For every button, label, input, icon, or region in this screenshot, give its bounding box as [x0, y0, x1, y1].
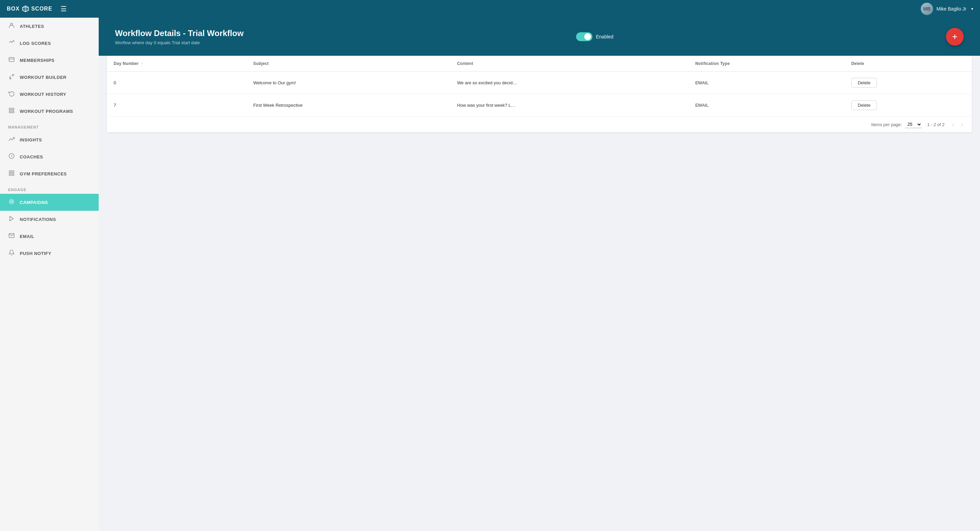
coaches-icon: [8, 153, 15, 160]
cell-content: How was your first week? L…: [450, 94, 688, 117]
sidebar-item-workout-history[interactable]: WORKOUT HISTORY: [0, 86, 99, 103]
enabled-toggle[interactable]: [576, 32, 592, 41]
campaigns-icon: [8, 198, 15, 206]
sidebar-item-gym-preferences[interactable]: GYM PREFERENCES: [0, 165, 99, 182]
svg-point-7: [10, 78, 11, 79]
cell-delete: Delete: [845, 72, 972, 94]
table-card: Day Number ↑ Subject Content Notificatio…: [107, 56, 972, 132]
table-container: Day Number ↑ Subject Content Notificatio…: [99, 56, 980, 531]
items-per-page: Items per page: 25 50 100: [871, 121, 921, 128]
add-icon: +: [952, 31, 958, 42]
chevron-down-icon[interactable]: ▾: [971, 6, 973, 11]
avatar: MB: [921, 3, 933, 15]
push-notify-icon: [8, 249, 15, 257]
sidebar-item-label: NOTIFICATIONS: [20, 217, 56, 222]
nav-right: MB Mike Baglio Jr ▾: [921, 3, 973, 15]
athletes-icon: [8, 22, 15, 30]
logo: BOX SCORE: [7, 5, 52, 13]
insights-icon: [8, 136, 15, 143]
table-head: Day Number ↑ Subject Content Notificatio…: [107, 56, 972, 72]
sidebar-item-label: WORKOUT PROGRAMS: [20, 109, 73, 114]
svg-rect-10: [9, 111, 11, 113]
sidebar-item-label: GYM PREFERENCES: [20, 171, 67, 176]
notifications-icon: [8, 216, 15, 223]
svg-rect-17: [9, 174, 11, 175]
cell-subject: Welcome to Our gym!: [247, 72, 450, 94]
delete-button[interactable]: Delete: [851, 78, 877, 88]
sidebar-item-label: COACHES: [20, 154, 43, 159]
col-content-label: Content: [457, 61, 473, 66]
cell-day-number: 0: [107, 72, 247, 94]
sidebar-item-label: ATHLETES: [20, 24, 44, 29]
email-icon: [8, 233, 15, 240]
sidebar: ATHLETES LOG SCORES MEMBERSHIPS WORKOUT …: [0, 18, 99, 531]
svg-marker-21: [10, 216, 14, 221]
col-content: Content: [450, 56, 688, 72]
sidebar-item-insights[interactable]: INSIGHTS: [0, 131, 99, 148]
gym-preferences-icon: [8, 170, 15, 178]
sort-icon: ↑: [141, 62, 143, 66]
top-navigation: BOX SCORE ☰ MB Mike Baglio Jr ▾: [0, 0, 980, 18]
items-per-page-select[interactable]: 25 50 100: [905, 121, 922, 128]
nav-left: BOX SCORE ☰: [7, 5, 67, 13]
cell-subject: First Week Retrospective: [247, 94, 450, 117]
sidebar-item-coaches[interactable]: COACHES: [0, 148, 99, 165]
sidebar-item-label: WORKOUT HISTORY: [20, 92, 66, 97]
logo-score-text: SCORE: [31, 6, 52, 12]
cell-content: We are so excited you decid…: [450, 72, 688, 94]
pagination: Items per page: 25 50 100 1 - 2 of 2 ‹ ›: [107, 116, 972, 132]
svg-rect-5: [9, 57, 14, 62]
header-row: Day Number ↑ Subject Content Notificatio…: [107, 56, 972, 72]
table-row: 0 Welcome to Our gym! We are so excited …: [107, 72, 972, 94]
sidebar-item-label: EMAIL: [20, 234, 34, 239]
col-delete-label: Delete: [851, 61, 864, 66]
add-button[interactable]: +: [946, 28, 964, 46]
delete-button[interactable]: Delete: [851, 100, 877, 110]
svg-point-20: [9, 199, 14, 204]
svg-rect-16: [12, 171, 14, 172]
toggle-label: Enabled: [596, 34, 613, 40]
prev-page-button[interactable]: ‹: [950, 121, 956, 128]
svg-line-14: [11, 156, 12, 157]
user-name: Mike Baglio Jr: [937, 6, 966, 11]
sidebar-item-campaigns[interactable]: CAMPAIGNS: [0, 194, 99, 211]
cell-day-number: 7: [107, 94, 247, 117]
sidebar-item-workout-builder[interactable]: WORKOUT BUILDER: [0, 69, 99, 86]
engage-section-label: ENGAGE: [0, 182, 99, 194]
cell-notification-type: EMAIL: [688, 94, 844, 117]
sidebar-item-log-scores[interactable]: LOG SCORES: [0, 35, 99, 52]
next-page-button[interactable]: ›: [959, 121, 965, 128]
col-day-number[interactable]: Day Number ↑: [107, 56, 247, 72]
hamburger-menu[interactable]: ☰: [60, 5, 67, 13]
col-subject: Subject: [247, 56, 450, 72]
page-header: Workflow Details - Trial Workflow Worflo…: [99, 18, 980, 56]
sidebar-item-label: PUSH NOTIFY: [20, 251, 51, 256]
workout-programs-icon: [8, 108, 15, 115]
page-subtitle: Worflow where day 0 equals Trial start d…: [115, 40, 243, 45]
col-notification-type-label: Notification Type: [695, 61, 730, 66]
sidebar-item-email[interactable]: EMAIL: [0, 228, 99, 245]
header-left: Workflow Details - Trial Workflow Worflo…: [115, 29, 243, 45]
toggle-slider: [576, 32, 592, 41]
sidebar-item-memberships[interactable]: MEMBERSHIPS: [0, 52, 99, 69]
sidebar-item-notifications[interactable]: NOTIFICATIONS: [0, 211, 99, 228]
sidebar-item-label: LOG SCORES: [20, 41, 51, 46]
cell-delete: Delete: [845, 94, 972, 117]
workout-builder-icon: [8, 73, 15, 81]
sidebar-item-workout-programs[interactable]: WORKOUT PROGRAMS: [0, 103, 99, 120]
management-section-label: MANAGEMENT: [0, 120, 99, 131]
sidebar-item-push-notify[interactable]: PUSH NOTIFY: [0, 245, 99, 262]
svg-rect-9: [12, 108, 14, 110]
sidebar-item-label: MEMBERSHIPS: [20, 58, 54, 63]
sidebar-item-athletes[interactable]: ATHLETES: [0, 18, 99, 35]
cell-notification-type: EMAIL: [688, 72, 844, 94]
col-notification-type: Notification Type: [688, 56, 844, 72]
col-day-number-label: Day Number: [114, 61, 139, 66]
page-info: 1 - 2 of 2: [927, 122, 945, 127]
logo-cube-icon: [22, 5, 29, 13]
logo-box-text: BOX: [7, 6, 20, 12]
workout-history-icon: [8, 90, 15, 98]
memberships-icon: [8, 56, 15, 64]
svg-rect-11: [12, 111, 14, 113]
svg-rect-8: [9, 108, 11, 110]
